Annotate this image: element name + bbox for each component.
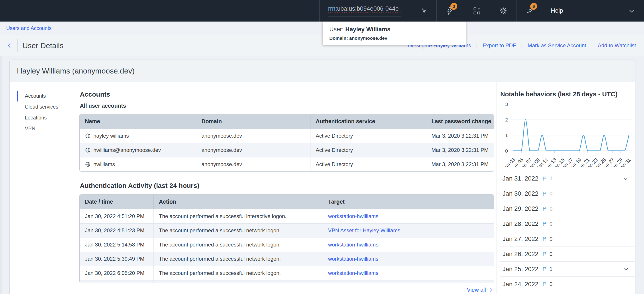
behavior-count: 0 xyxy=(550,251,552,257)
account-last-password: Mar 3, 2020 3:22:31 PM xyxy=(426,157,494,172)
event-action: The account performed a successful inter… xyxy=(154,209,323,223)
main-content: Hayley Williams (anonymoose.dev) Account… xyxy=(0,56,644,294)
export-to-pdf-link[interactable]: Export to PDF xyxy=(482,42,516,49)
left-gutter xyxy=(0,56,2,294)
auth-activity-heading: Authentication Activity (last 24 hours) xyxy=(80,182,494,189)
settings-button[interactable] xyxy=(490,0,516,22)
behavior-row[interactable]: Jan 26, 2022 0 xyxy=(500,246,635,261)
chevron-down-icon xyxy=(628,7,635,15)
back-button[interactable] xyxy=(6,42,13,49)
view-all-link[interactable]: View all xyxy=(467,287,486,293)
globe-icon xyxy=(85,133,91,139)
accounts-heading: Accounts xyxy=(80,91,494,98)
table-row: Jan 30, 2022 5:14:58 PM The account perf… xyxy=(80,238,494,252)
section-nav: Accounts Cloud services Locations VPN xyxy=(10,82,76,294)
behavior-row[interactable]: Jan 28, 2022 0 xyxy=(500,216,635,231)
content-column: Accounts All user accounts Name Domain A… xyxy=(76,82,497,294)
auth-activity-table: Date / time Action Target Jan 30, 2022 4… xyxy=(80,194,494,283)
header-divider xyxy=(17,39,18,52)
notable-behaviors-title: Notable behaviors (last 28 days - UTC) xyxy=(500,91,635,98)
lightning-button[interactable]: 3 xyxy=(436,0,463,22)
user-menu[interactable] xyxy=(571,0,644,22)
behavior-row[interactable]: Jan 25, 2022 1 xyxy=(500,261,635,276)
target-link[interactable]: VPN Asset for Hayley Williams xyxy=(328,227,400,233)
chevron-down-icon xyxy=(623,266,629,272)
gear-icon xyxy=(499,7,508,15)
all-user-accounts-subheading: All user accounts xyxy=(80,103,494,109)
svg-text:2: 2 xyxy=(505,117,508,122)
flag-icon xyxy=(542,206,547,211)
chevron-down-icon xyxy=(623,175,629,182)
behaviors-list: Jan 31, 2022 1 Jan 30, 2022 0 Jan 29, 20… xyxy=(500,171,635,291)
flag-icon xyxy=(542,191,547,196)
card-title: Hayley Williams (anonymoose.dev) xyxy=(17,67,134,75)
target-link[interactable]: workstation-hwilliams xyxy=(328,213,378,219)
global-search-input[interactable]: rrn:uba:us:b094e006-044e-4c xyxy=(328,5,402,17)
pointer-rays-button[interactable] xyxy=(410,0,436,22)
globe-icon xyxy=(85,147,91,153)
global-search-value: rrn:uba:us:b094e006-044e-4c xyxy=(328,5,402,13)
target-link[interactable]: workstation-hwilliams xyxy=(328,242,378,248)
mark-service-account-link[interactable]: Mark as Service Account xyxy=(528,42,586,49)
chevron-right-icon xyxy=(488,288,493,292)
breadcrumb-users-and-accounts[interactable]: Users and Accounts xyxy=(6,25,52,31)
event-action: The account performed a successful netwo… xyxy=(154,252,323,266)
table-row: hwilliams@anonymoose.dev anonymoose.dev … xyxy=(80,143,494,157)
account-service: Active Directory xyxy=(310,143,426,157)
sidebar-item-locations[interactable]: Locations xyxy=(17,112,76,123)
behavior-date: Jan 29, 2022 xyxy=(502,205,538,212)
account-last-password: Mar 3, 2020 3:22:31 PM xyxy=(426,143,494,157)
flag-icon xyxy=(542,251,547,257)
account-name: hayley williams xyxy=(93,133,129,139)
plug-button[interactable]: 6 xyxy=(516,0,543,22)
event-action: The account performed a successful netwo… xyxy=(154,223,323,238)
event-action: The account performed a successful netwo… xyxy=(154,266,323,280)
add-widget-icon xyxy=(472,7,481,15)
add-to-watchlist-link[interactable]: Add to Watchlist xyxy=(598,42,636,49)
target-link[interactable]: workstation-hwilliams xyxy=(328,270,378,276)
behaviors-chart: 0123Jan 03Jan 05Jan 07Jan 09Jan 11Jan 13… xyxy=(500,101,635,167)
sidebar-item-accounts[interactable]: Accounts xyxy=(17,91,76,101)
flag-icon xyxy=(542,281,547,287)
behavior-row[interactable]: Jan 31, 2022 1 xyxy=(500,171,635,186)
account-service: Active Directory xyxy=(310,129,426,143)
col-datetime: Date / time xyxy=(80,195,154,209)
add-widget-button[interactable] xyxy=(463,0,490,22)
table-row: Jan 30, 2022 6:05:20 PM The account perf… xyxy=(80,266,494,280)
behavior-count: 0 xyxy=(550,221,552,227)
lightning-badge: 3 xyxy=(450,3,457,10)
global-search[interactable]: rrn:uba:us:b094e006-044e-4c xyxy=(319,0,410,22)
sidebar-item-vpn[interactable]: VPN xyxy=(17,123,76,134)
behavior-date: Jan 25, 2022 xyxy=(502,266,538,273)
behavior-count: 0 xyxy=(550,191,552,197)
col-action: Action xyxy=(154,195,323,209)
page-title: User Details xyxy=(22,41,64,50)
card-header: Hayley Williams (anonymoose.dev) xyxy=(10,60,635,82)
flag-icon xyxy=(542,176,547,181)
behavior-row[interactable]: Jan 30, 2022 0 xyxy=(500,186,635,201)
accounts-table: Name Domain Authentication service Last … xyxy=(80,114,494,172)
page-header: User Details Investigate Hayley Williams… xyxy=(0,35,644,56)
action-separator: | xyxy=(591,42,592,49)
svg-text:0: 0 xyxy=(505,148,508,154)
event-datetime: Jan 30, 2022 5:39:49 PM xyxy=(80,252,154,266)
help-button[interactable]: Help xyxy=(543,0,571,22)
table-row: hayley williams anonymoose.dev Active Di… xyxy=(80,129,494,143)
action-separator: | xyxy=(476,42,478,49)
account-domain: anonymoose.dev xyxy=(196,157,310,172)
behavior-row[interactable]: Jan 27, 2022 0 xyxy=(500,231,635,246)
auth-table-header-row: Date / time Action Target xyxy=(80,195,494,209)
table-row: Jan 30, 2022 4:51:23 PM The account perf… xyxy=(80,223,494,238)
breadcrumb: Users and Accounts xyxy=(0,22,644,35)
flag-icon xyxy=(542,236,547,242)
plug-badge: 6 xyxy=(530,3,537,10)
target-link[interactable]: workstation-hwilliams xyxy=(328,256,378,262)
chevron-left-icon xyxy=(6,42,13,49)
behavior-row[interactable]: Jan 29, 2022 0 xyxy=(500,201,635,216)
view-all: View all xyxy=(80,287,494,293)
search-suggestion-dropdown[interactable]: User: Hayley Williams Domain: anonymoose… xyxy=(323,22,466,45)
behavior-count: 0 xyxy=(550,236,552,242)
account-domain: anonymoose.dev xyxy=(196,129,310,143)
behavior-row[interactable]: Jan 24, 2022 0 xyxy=(500,276,635,291)
sidebar-item-cloud-services[interactable]: Cloud services xyxy=(17,101,76,112)
